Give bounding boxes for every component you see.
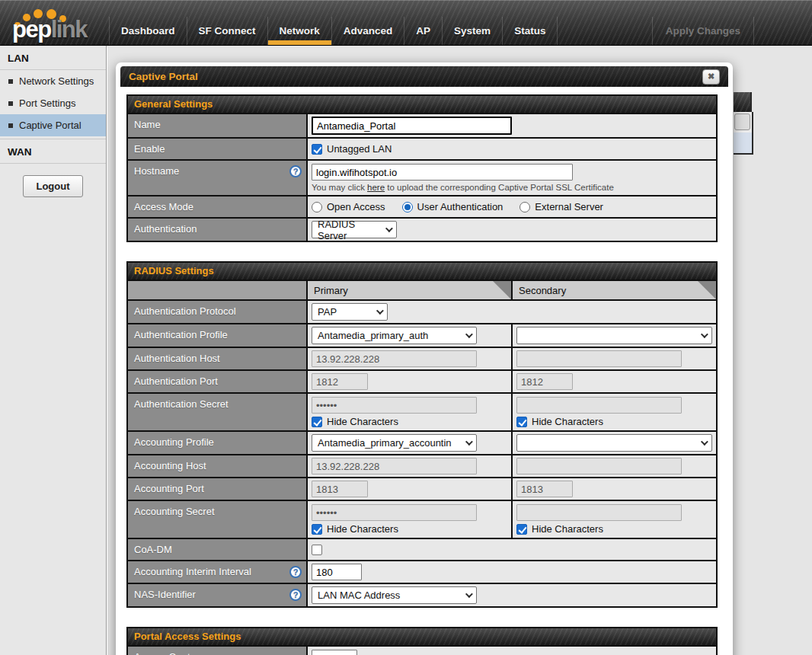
authentication-value-cell: RADIUS Server bbox=[306, 219, 716, 241]
tab-advanced[interactable]: Advanced bbox=[331, 17, 404, 45]
radio-option-external-server[interactable]: External Server bbox=[519, 201, 603, 212]
acct-profile-primary-cell: Antamedia_primary_accountin bbox=[306, 432, 511, 454]
corner-cell bbox=[128, 281, 306, 299]
auth-port-label: Authentication Port bbox=[128, 371, 306, 392]
auth-port-primary-input bbox=[312, 373, 368, 390]
bullet-icon bbox=[8, 123, 13, 128]
untagged-lan-checkbox[interactable] bbox=[312, 144, 322, 155]
sidebar-section-wan: WAN bbox=[0, 139, 106, 164]
quota-mins-input[interactable] bbox=[312, 650, 357, 655]
apply-changes-button[interactable]: Apply Changes bbox=[652, 17, 754, 45]
auth-port-primary-cell bbox=[306, 371, 511, 392]
hide-characters-option[interactable]: Hide Characters bbox=[312, 523, 398, 535]
row-name: Name bbox=[128, 113, 716, 137]
name-input[interactable] bbox=[312, 117, 512, 135]
row-access-quota: Access Quota mins (0: Unlimited) MB (0: … bbox=[128, 645, 716, 655]
chevron-down-icon bbox=[385, 225, 393, 232]
hide-characters-checkbox[interactable] bbox=[312, 524, 322, 535]
auth-protocol-select[interactable]: PAP bbox=[312, 303, 388, 321]
sidebar-item-label: Captive Portal bbox=[19, 120, 82, 131]
enable-label: Enable bbox=[128, 139, 306, 159]
auth-host-primary-cell bbox=[306, 348, 511, 369]
ssl-upload-link[interactable]: here bbox=[367, 183, 385, 192]
dialog-body: General Settings Name Enable Untagged LA… bbox=[120, 87, 728, 655]
acct-host-secondary-cell bbox=[511, 455, 716, 477]
sidebar-item-label: Network Settings bbox=[19, 75, 94, 87]
auth-secret-primary-input bbox=[312, 397, 477, 414]
sidebar-item-network-settings[interactable]: Network Settings bbox=[0, 70, 106, 92]
user-authentication-radio[interactable] bbox=[402, 202, 413, 212]
general-settings-table: General Settings Name Enable Untagged LA… bbox=[126, 94, 718, 242]
captive-portal-dialog: Captive Portal ✖ General Settings Name E… bbox=[116, 62, 733, 655]
auth-secret-primary-cell: Hide Characters bbox=[306, 394, 511, 430]
dialog-title: Captive Portal bbox=[129, 71, 198, 82]
auth-host-primary-input bbox=[312, 350, 477, 367]
auth-secret-secondary-input bbox=[516, 397, 682, 414]
auth-profile-secondary-select[interactable] bbox=[516, 327, 712, 344]
name-label: Name bbox=[128, 114, 306, 137]
background-table-header-fragment bbox=[734, 92, 752, 112]
name-value-cell bbox=[306, 114, 716, 137]
acct-port-primary-input bbox=[312, 481, 368, 497]
authentication-select[interactable]: RADIUS Server bbox=[312, 221, 397, 238]
tab-sf-connect[interactable]: SF Connect bbox=[187, 17, 267, 45]
radio-option-open-access[interactable]: Open Access bbox=[312, 201, 385, 212]
close-button[interactable]: ✖ bbox=[702, 69, 720, 85]
hide-characters-checkbox[interactable] bbox=[516, 524, 527, 535]
help-icon[interactable]: ? bbox=[289, 566, 302, 578]
acct-host-label: Accounting Host bbox=[128, 455, 306, 477]
radio-option-user-authentication[interactable]: User Authentication bbox=[402, 201, 504, 212]
row-auth-profile: Authentication Profile Antamedia_primary… bbox=[128, 323, 716, 347]
tab-system[interactable]: System bbox=[442, 17, 502, 45]
acct-profile-label: Accounting Profile bbox=[128, 432, 306, 454]
enable-value-cell: Untagged LAN bbox=[306, 139, 716, 159]
row-interim-interval: Accounting Interim Interval ? bbox=[128, 560, 716, 583]
access-mode-label: Access Mode bbox=[128, 196, 306, 217]
coa-dm-label: CoA-DM bbox=[128, 539, 306, 560]
acct-secret-primary-input bbox=[312, 504, 477, 521]
hide-characters-option[interactable]: Hide Characters bbox=[312, 416, 398, 427]
open-access-radio[interactable] bbox=[312, 202, 322, 212]
chevron-down-icon bbox=[701, 331, 708, 338]
tab-dashboard[interactable]: Dashboard bbox=[109, 17, 187, 45]
hide-characters-option[interactable]: Hide Characters bbox=[516, 416, 603, 427]
bullet-icon bbox=[8, 101, 13, 106]
auth-protocol-value-cell: PAP bbox=[306, 301, 716, 323]
acct-profile-primary-select[interactable]: Antamedia_primary_accountin bbox=[312, 434, 477, 452]
coa-dm-checkbox[interactable] bbox=[312, 545, 322, 555]
row-acct-host: Accounting Host bbox=[128, 454, 716, 477]
access-quota-value-cell: mins (0: Unlimited) MB (0: Unlimited) bbox=[306, 647, 716, 655]
row-auth-protocol: Authentication Protocol PAP bbox=[128, 299, 716, 323]
row-coa-dm: CoA-DM bbox=[128, 538, 716, 560]
acct-secret-secondary-input bbox=[516, 504, 682, 521]
row-auth-host: Authentication Host bbox=[128, 347, 716, 369]
background-table-cell-fragment bbox=[734, 112, 753, 133]
chevron-down-icon bbox=[465, 590, 473, 598]
external-server-radio[interactable] bbox=[519, 202, 530, 212]
chevron-down-icon bbox=[701, 438, 708, 446]
main-menu: Dashboard SF Connect Network Advanced AP… bbox=[109, 17, 558, 45]
help-icon[interactable]: ? bbox=[289, 589, 302, 601]
acct-profile-secondary-select[interactable] bbox=[516, 434, 712, 452]
hostname-input[interactable] bbox=[312, 164, 573, 181]
background-button-fragment bbox=[734, 113, 750, 130]
hide-characters-checkbox[interactable] bbox=[516, 417, 527, 427]
row-column-headers: Primary Secondary bbox=[128, 280, 716, 299]
tab-status[interactable]: Status bbox=[502, 17, 558, 45]
hide-characters-option[interactable]: Hide Characters bbox=[516, 523, 603, 535]
row-acct-port: Accounting Port bbox=[128, 477, 716, 500]
access-mode-value-cell: Open Access User Authentication External… bbox=[306, 196, 716, 217]
interim-interval-input[interactable] bbox=[312, 564, 362, 580]
acct-secret-primary-cell: Hide Characters bbox=[306, 501, 511, 538]
sidebar-item-captive-portal[interactable]: Captive Portal bbox=[0, 114, 106, 136]
help-icon[interactable]: ? bbox=[289, 165, 302, 177]
tab-ap[interactable]: AP bbox=[404, 17, 442, 45]
sidebar-item-port-settings[interactable]: Port Settings bbox=[0, 92, 106, 114]
logout-button[interactable]: Logout bbox=[23, 175, 82, 197]
hide-characters-checkbox[interactable] bbox=[312, 417, 322, 427]
interim-interval-value-cell bbox=[306, 561, 716, 583]
access-quota-label: Access Quota bbox=[128, 647, 306, 655]
nas-identifier-select[interactable]: LAN MAC Address bbox=[312, 586, 477, 604]
tab-network[interactable]: Network bbox=[267, 17, 331, 45]
auth-profile-primary-select[interactable]: Antamedia_primary_auth bbox=[312, 327, 477, 344]
